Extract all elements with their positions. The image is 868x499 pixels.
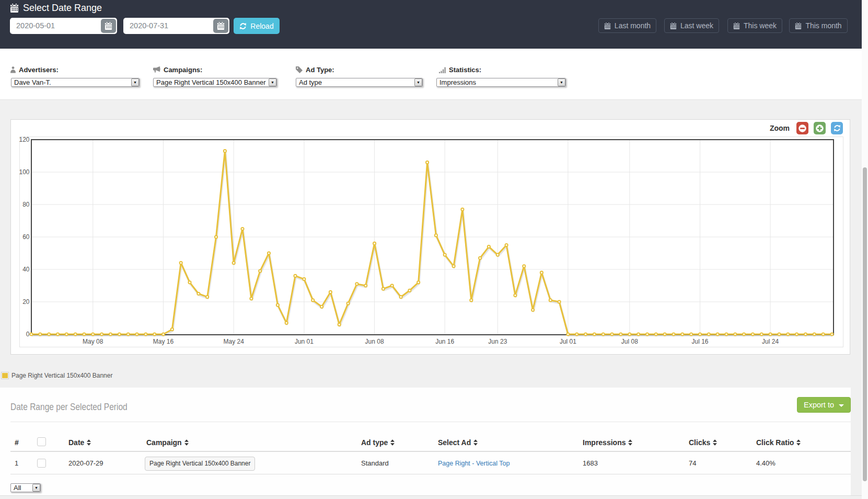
svg-text:60: 60 [22,233,30,241]
svg-text:20: 20 [22,298,30,305]
svg-text:Jul 01: Jul 01 [560,338,576,345]
svg-text:0: 0 [26,331,30,338]
svg-text:Jun 08: Jun 08 [365,338,384,345]
svg-text:May 08: May 08 [83,338,103,345]
svg-text:Jun 23: Jun 23 [488,338,507,345]
svg-text:40: 40 [22,266,30,273]
svg-text:80: 80 [22,201,30,208]
svg-text:Jul 24: Jul 24 [762,338,779,345]
svg-text:Jul 08: Jul 08 [621,338,638,345]
svg-text:120: 120 [19,136,29,143]
svg-text:Jul 16: Jul 16 [691,338,708,345]
svg-text:100: 100 [19,168,29,176]
svg-text:May 16: May 16 [153,338,174,345]
svg-text:May 24: May 24 [224,338,245,345]
svg-text:Jun 16: Jun 16 [435,338,454,345]
svg-text:Jun 01: Jun 01 [295,338,314,345]
